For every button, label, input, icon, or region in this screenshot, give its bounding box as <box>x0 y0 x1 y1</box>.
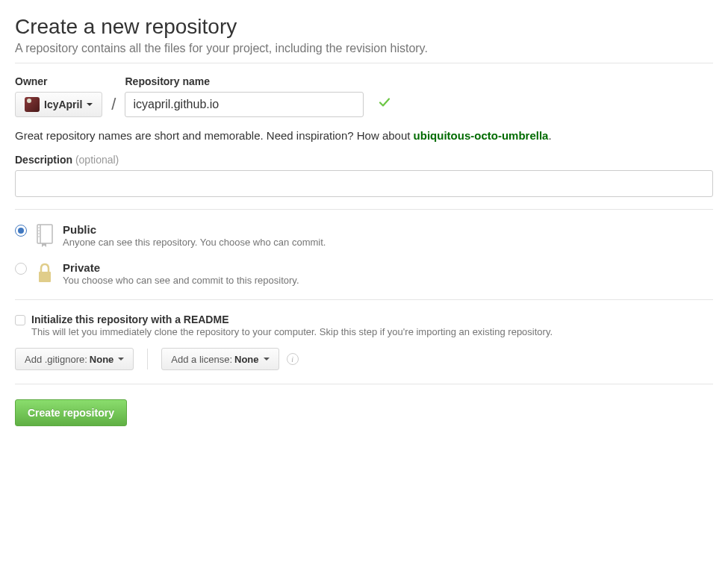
page-subtitle: A repository contains all the files for … <box>15 42 713 55</box>
gitignore-select[interactable]: Add .gitignore: None <box>15 348 134 370</box>
svg-point-5 <box>38 236 40 237</box>
name-suggestion[interactable]: ubiquitous-octo-umbrella <box>414 129 549 142</box>
create-repository-button[interactable]: Create repository <box>15 399 127 426</box>
info-icon[interactable]: i <box>287 353 299 365</box>
public-title: Public <box>63 223 713 236</box>
owner-select[interactable]: IcyApril <box>15 92 102 117</box>
repo-name-label: Repository name <box>125 75 364 87</box>
repo-name-input[interactable] <box>125 92 364 117</box>
owner-username: IcyApril <box>44 99 82 110</box>
lock-icon <box>34 261 55 285</box>
chevron-down-icon <box>118 358 124 361</box>
owner-label: Owner <box>15 75 102 87</box>
svg-point-4 <box>38 233 40 234</box>
license-select[interactable]: Add a license: None <box>161 348 279 370</box>
readme-title: Initialize this repository with a README <box>31 313 713 325</box>
check-icon <box>379 97 391 113</box>
avatar <box>25 97 40 112</box>
private-radio[interactable] <box>15 263 27 275</box>
description-input[interactable] <box>15 170 713 197</box>
public-radio[interactable] <box>15 225 27 237</box>
svg-rect-0 <box>37 225 52 243</box>
chevron-down-icon <box>87 103 93 106</box>
svg-point-2 <box>38 227 40 228</box>
private-title: Private <box>63 261 713 274</box>
readme-desc: This will let you immediately clone the … <box>31 326 713 337</box>
readme-checkbox[interactable] <box>15 315 25 325</box>
chevron-down-icon <box>264 358 270 361</box>
description-label: Description (optional) <box>15 154 713 166</box>
private-desc: You choose who can see and commit to thi… <box>63 275 713 286</box>
slash-separator: / <box>110 95 117 117</box>
svg-rect-6 <box>39 272 51 282</box>
svg-point-3 <box>38 230 40 231</box>
page-title: Create a new repository <box>15 15 713 39</box>
divider <box>147 349 148 369</box>
public-desc: Anyone can see this repository. You choo… <box>63 237 713 248</box>
name-hint: Great repository names are short and mem… <box>15 129 713 142</box>
repo-icon <box>34 223 55 247</box>
